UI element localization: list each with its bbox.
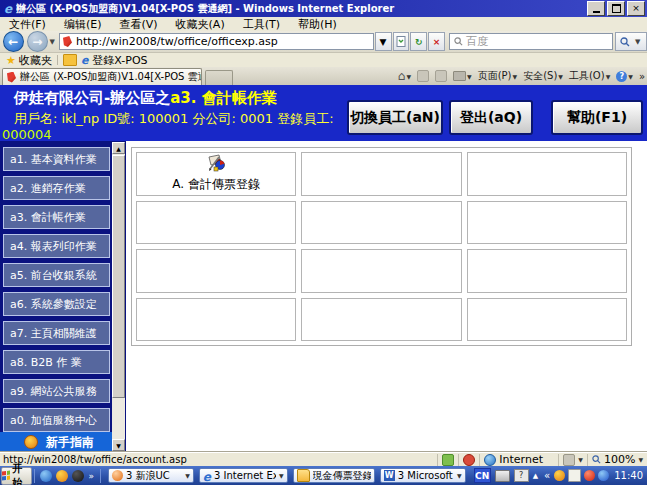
task-group-dropdown-icon[interactable]: ▼ (185, 472, 190, 479)
language-options-icon[interactable]: ▲ (533, 472, 538, 480)
sidebar-item-a4[interactable]: a4. 報表列印作業 (3, 234, 110, 258)
refresh-button[interactable]: ↻ (410, 32, 427, 51)
tray-icon-3[interactable] (584, 470, 595, 481)
addon-icon-2[interactable] (463, 454, 475, 466)
tools-menu[interactable]: 工具(O)▼ (569, 69, 610, 83)
sidebar-item-a6[interactable]: a6. 系統參數設定 (3, 292, 110, 316)
minimize-icon (593, 11, 600, 13)
task-button-internet-explorer[interactable]: e 3 Internet Expl... ▼ (199, 468, 288, 483)
zone-label: Internet (499, 453, 543, 466)
forward-button[interactable]: → (27, 31, 48, 52)
search-go-button[interactable]: ▼ (615, 32, 647, 51)
sidebar-item-a8[interactable]: a8. B2B 作 業 (3, 350, 110, 374)
guide-icon (24, 435, 38, 449)
sidebar-item-a9[interactable]: a9. 網站公共服務 (3, 379, 110, 403)
address-input[interactable]: http://win2008/tw/office/officexp.asp (59, 33, 374, 50)
tray-icon-1[interactable] (554, 470, 565, 481)
mail-icon[interactable] (435, 70, 447, 82)
taskbar-clock[interactable]: 11:40 (614, 470, 643, 481)
taskbar: 开始 » 3 新浪UC ▼ e 3 Internet Expl... ▼ 現金傳… (0, 466, 647, 485)
employee-id: 000004 (2, 127, 52, 142)
task-button-cash-voucher[interactable]: 現金傳票登錄 (293, 468, 375, 483)
printer-tray-icon[interactable] (495, 470, 510, 482)
restore-button[interactable] (607, 1, 625, 16)
sidebar-item-a5[interactable]: a5. 前台收銀系統 (3, 263, 110, 287)
home-button[interactable]: ⌂▼ (398, 69, 411, 83)
grid-cell-empty (301, 249, 461, 293)
task-group-dropdown-icon[interactable]: ▼ (457, 472, 462, 479)
search-options-dropdown-icon[interactable]: ▼ (635, 38, 640, 46)
task-group-dropdown-icon[interactable]: ▼ (279, 472, 284, 479)
address-url[interactable]: http://win2008/tw/office/officexp.asp (76, 35, 278, 48)
start-button[interactable]: 开始 (1, 467, 32, 485)
compatibility-view-button[interactable] (393, 32, 410, 51)
menu-favorites[interactable]: 收藏夹(A) (167, 17, 234, 32)
scroll-thumb[interactable] (112, 155, 125, 398)
print-button[interactable]: ▼ (453, 71, 472, 81)
grid-cell-accounting-voucher[interactable]: A. 會計傳票登錄 (136, 152, 296, 196)
switch-employee-button[interactable]: 切換員工(aN) (347, 100, 443, 135)
start-label: 开始 (12, 462, 30, 485)
minimize-button[interactable] (587, 1, 605, 16)
active-tab[interactable]: 辦公區 (X-POS加盟商)V1.04[X-POS 雲通網] (2, 68, 202, 85)
close-button[interactable]: × (627, 1, 645, 16)
tray-overflow-icon[interactable]: « (544, 470, 550, 481)
favorites-label[interactable]: 收藏夹 (19, 53, 52, 68)
user-info-line: 用戶名: ikl_np ID號: 100001 分公司: 0001 登錄員工: (14, 110, 334, 128)
section-title: a3. 會計帳作業 (170, 89, 276, 107)
addon-cell-2 (458, 454, 479, 466)
zoom-dropdown-icon: ▼ (638, 456, 643, 463)
quicklaunch-ie-icon[interactable] (40, 470, 52, 482)
feed-icon[interactable] (417, 70, 429, 82)
help-menu[interactable]: ?▼ (616, 71, 633, 82)
tray-icon-2[interactable] (568, 469, 581, 482)
menu-view[interactable]: 查看(V) (110, 17, 166, 32)
scroll-down-button[interactable]: ▼ (112, 439, 125, 451)
sidebar-scrollbar[interactable]: ▲ ▼ (112, 142, 125, 451)
command-bar: ⌂▼ ▼ 页面(P)▼ 安全(S)▼ 工具(O)▼ ?▼ » (398, 67, 645, 85)
sidebar-item-a1[interactable]: a1. 基本資料作業 (3, 147, 110, 171)
menu-tools[interactable]: 工具(T) (234, 17, 289, 32)
zoom-control[interactable]: 100% ▼ (587, 454, 647, 466)
sidebar-item-guide[interactable]: 新手指南 (0, 432, 112, 452)
print-icon (453, 71, 466, 81)
quicklaunch-overflow[interactable]: » (88, 471, 94, 481)
stop-button[interactable]: × (428, 32, 445, 51)
menu-edit[interactable]: 编辑(E) (55, 17, 111, 32)
menu-file[interactable]: 文件(F) (0, 17, 55, 32)
sidebar-item-a0[interactable]: a0. 加值服務中心 (3, 408, 110, 432)
sidebar-item-a7[interactable]: a7. 主頁相關維護 (3, 321, 110, 345)
addon-icon-1[interactable] (442, 454, 454, 466)
help-button[interactable]: 幫助(F1) (551, 100, 643, 135)
quicklaunch-qq-icon[interactable] (72, 470, 84, 482)
logout-button[interactable]: 登出(aQ) (449, 100, 533, 135)
grid-cell-empty (301, 298, 461, 342)
safety-menu[interactable]: 安全(S)▼ (523, 69, 563, 83)
protected-mode-cell[interactable]: ▼ (558, 454, 587, 466)
favorite-link[interactable]: 登錄X-POS (92, 53, 147, 68)
tray-icon-4[interactable] (598, 470, 609, 481)
page-menu[interactable]: 页面(P)▼ (478, 69, 517, 83)
menu-help[interactable]: 帮助(H) (289, 17, 346, 32)
keyboard-tray-icon[interactable]: ? (514, 469, 529, 482)
search-input[interactable]: 百度 (449, 33, 613, 50)
title-bar: e 辦公區 (X-POS加盟商)V1.04[X-POS 雲通網] - Windo… (0, 0, 647, 17)
add-favorite-icon[interactable] (63, 54, 77, 66)
task-button-sina-uc[interactable]: 3 新浪UC ▼ (108, 468, 194, 483)
commandbar-overflow[interactable]: » (639, 71, 645, 82)
quicklaunch-uc-icon[interactable] (56, 470, 68, 482)
favorites-star-icon[interactable]: ★ (6, 54, 16, 67)
language-indicator[interactable]: CN (474, 468, 491, 483)
address-dropdown-button[interactable]: ▼ (375, 32, 392, 51)
sidebar-item-a2[interactable]: a2. 進銷存作業 (3, 176, 110, 200)
home-dropdown-icon[interactable]: ▼ (406, 73, 411, 80)
sidebar-item-a3[interactable]: a3. 會計帳作業 (3, 205, 110, 229)
new-tab-button[interactable] (205, 70, 233, 86)
browser-viewport: 伊娃有限公司-辦公區之a3. 會計帳作業 用戶名: ikl_np ID號: 10… (0, 85, 647, 452)
task-label: 3 Microsoft Off... (398, 470, 454, 481)
task-button-microsoft-office[interactable]: W 3 Microsoft Off... ▼ (380, 468, 466, 483)
history-dropdown-icon[interactable]: ▼ (50, 38, 55, 46)
print-dropdown-icon[interactable]: ▼ (467, 73, 472, 80)
scroll-up-button[interactable]: ▲ (112, 142, 125, 154)
back-button[interactable]: ← (3, 31, 24, 52)
